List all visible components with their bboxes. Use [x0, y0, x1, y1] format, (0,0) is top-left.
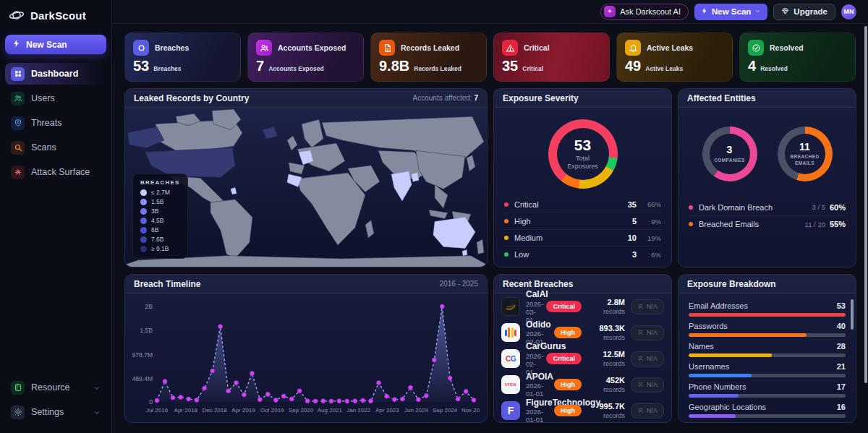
entity-ratio: 3 / 5 [812, 203, 825, 211]
data-point[interactable] [163, 380, 167, 384]
data-point[interactable] [234, 381, 239, 385]
data-point[interactable] [321, 399, 326, 403]
data-point[interactable] [448, 376, 452, 380]
legend-dot [140, 208, 147, 215]
breach-list: CalAI 2026-03-01 Critical 2.8M records N… [494, 293, 671, 423]
stat-sub-label: Critical [522, 65, 543, 72]
new-scan-header-button[interactable]: New Scan [694, 4, 767, 20]
data-point[interactable] [361, 398, 365, 403]
data-point[interactable] [179, 395, 183, 399]
data-point[interactable] [171, 395, 175, 400]
sidebar-item-scans[interactable]: Scans [5, 137, 106, 158]
breach-row[interactable]: F FigureTechnology 2026-01-01 High 995.7… [494, 398, 671, 423]
data-point[interactable] [218, 325, 223, 329]
search-icon [11, 141, 25, 155]
data-point[interactable] [329, 399, 333, 403]
stat-sub-label: Resolved [760, 65, 788, 72]
breach-row[interactable]: CalAI 2026-03-01 Critical 2.8M records N… [494, 293, 671, 320]
legend-label: 3B [151, 207, 158, 215]
breakdown-label: Passwords [689, 322, 728, 330]
data-point[interactable] [313, 399, 318, 403]
data-point[interactable] [289, 397, 294, 401]
data-point[interactable] [337, 399, 341, 403]
sidebar-item-resource[interactable]: Resource [5, 377, 106, 398]
users-icon [11, 92, 25, 106]
severity-label: Medium [514, 233, 542, 242]
records-value: 995.7K [587, 402, 625, 411]
sidebar-item-dashboard[interactable]: Dashboard [5, 63, 106, 85]
entity-rows: Dark Domain Breach 3 / 5 60% Breached Em… [678, 199, 856, 232]
data-point[interactable] [472, 398, 476, 402]
data-point[interactable] [424, 393, 428, 398]
gauge-label: BREACHED EMAILS [786, 153, 824, 166]
x-axis-tick: Jul 2016 [146, 407, 169, 413]
legend-item: 1.5B [140, 198, 180, 205]
data-point[interactable] [281, 394, 286, 398]
breach-date: 2026-01-01 [526, 408, 548, 423]
sidebar-menu: Dashboard Users Threats Scans Attack Sur… [0, 59, 111, 187]
data-point[interactable] [242, 393, 246, 397]
na-link-button[interactable]: N/A [631, 325, 664, 340]
data-point[interactable] [195, 398, 199, 402]
data-point[interactable] [393, 398, 397, 402]
breakdown-label: Phone Numbers [689, 382, 746, 391]
legend-label: ≥ 9.1B [151, 245, 169, 252]
data-point[interactable] [408, 385, 412, 390]
user-avatar[interactable]: MN [841, 4, 856, 20]
odido-logo [501, 323, 520, 342]
data-point[interactable] [416, 398, 420, 402]
data-point[interactable] [385, 394, 389, 398]
gauge-value: 11 [799, 142, 810, 153]
data-point[interactable] [155, 398, 159, 403]
sidebar-item-attack[interactable]: Attack Surface [5, 161, 106, 183]
na-link-button[interactable]: N/A [631, 351, 664, 366]
data-point[interactable] [305, 399, 310, 403]
ask-ai-button[interactable]: Ask Darkscout AI [600, 4, 689, 20]
timeline-line-chart: 0489.4M978.7M1.5B2BJul 2016Apr 2018Dec 2… [125, 293, 487, 421]
data-point[interactable] [369, 399, 373, 403]
stat-card-accounts: Accounts Exposed 7 Accounts Exposed [247, 33, 364, 82]
upgrade-button[interactable]: Upgrade [773, 4, 835, 20]
sidebar-item-threats[interactable]: Threats [5, 112, 106, 134]
page-scrollbar[interactable] [864, 26, 867, 383]
data-point[interactable] [258, 398, 262, 402]
data-point[interactable] [464, 390, 468, 394]
world-map[interactable]: BREACHES ≤ 2.7M 1.5B 3B 4.5B 6B 7.6B ≥ 9… [125, 108, 487, 267]
breach-row[interactable]: APOIA APOIA 2026-01-01 High 452K records… [494, 372, 671, 398]
link-off-icon [637, 381, 644, 389]
data-point[interactable] [226, 389, 231, 393]
gauge-label: COMPANIES [711, 157, 749, 163]
data-point[interactable] [273, 398, 278, 402]
records-value: 452K [587, 376, 625, 385]
panel-scrollbar[interactable] [851, 299, 854, 330]
na-link-button[interactable]: N/A [631, 377, 664, 393]
sidebar-item-users[interactable]: Users [5, 87, 106, 109]
legend-label: ≤ 2.7M [151, 189, 170, 196]
data-point[interactable] [456, 397, 460, 401]
data-point[interactable] [265, 392, 270, 396]
breach-row[interactable]: Odido 2026-02-01 High 893.3K records N/A [494, 320, 671, 346]
new-scan-button[interactable]: New Scan [5, 35, 106, 54]
sidebar-item-settings[interactable]: Settings [5, 401, 106, 423]
data-point[interactable] [250, 371, 254, 375]
panel-title: Leaked Records by Country [134, 93, 249, 103]
data-point[interactable] [297, 389, 302, 393]
data-point[interactable] [377, 381, 381, 385]
data-point[interactable] [203, 386, 207, 390]
data-point[interactable] [440, 304, 444, 309]
panel-title: Breach Timeline [134, 279, 200, 289]
na-link-button[interactable]: N/A [631, 299, 664, 314]
data-point[interactable] [345, 399, 349, 403]
affected-entities-panel: Affected Entities 3 COMPANIES 11 BREACHE… [678, 88, 856, 267]
data-point[interactable] [400, 397, 404, 401]
data-point[interactable] [210, 369, 215, 373]
users-icon [256, 40, 272, 56]
legend-dot [140, 218, 147, 224]
stat-sub-label: Breaches [153, 65, 181, 72]
breach-date: 2026-01-01 [526, 382, 548, 398]
data-point[interactable] [187, 397, 191, 401]
data-point[interactable] [432, 358, 436, 362]
breach-row[interactable]: CG CarGurus 2026-02-01 Critical 12.5M re… [494, 346, 671, 372]
data-point[interactable] [353, 399, 357, 403]
na-link-button[interactable]: N/A [631, 403, 664, 419]
